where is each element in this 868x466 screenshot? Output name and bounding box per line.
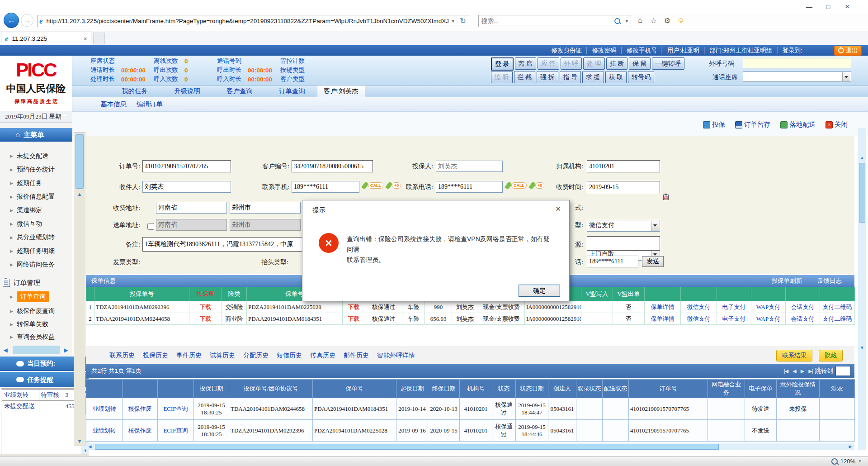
sidebar-item-channel-binding[interactable]: ▶渠道绑定: [0, 204, 72, 217]
epay-link[interactable]: 电子支付: [717, 313, 751, 325]
download-link[interactable]: 下载: [189, 313, 222, 325]
close-page-button[interactable]: ×关闭: [826, 120, 848, 129]
link-modify-phone[interactable]: 修改手机号: [627, 47, 657, 55]
void-underwriting-link[interactable]: 核保作废: [123, 398, 158, 420]
session-pay-link[interactable]: 会话支付: [786, 301, 820, 313]
subtab-basic-info[interactable]: 基本信息: [100, 100, 127, 109]
call-button-answer[interactable]: 应 答: [538, 57, 559, 70]
recipient-input[interactable]: [142, 181, 231, 193]
ecif-query-link[interactable]: ECIF查询: [158, 420, 194, 442]
policy-detail-link[interactable]: 保单详情: [645, 301, 681, 313]
call-button-login[interactable]: 登 录: [491, 57, 514, 71]
reminder-row[interactable]: 未提交配送 455: [2, 401, 80, 412]
zoom-magnifier-icon[interactable]: [831, 458, 838, 465]
scroll-thumb[interactable]: [859, 163, 865, 223]
epay-link[interactable]: 电子支付: [717, 301, 751, 313]
sidebar-item-member-rights[interactable]: ▶查询会员权益: [0, 331, 72, 343]
calendar-icon[interactable]: 28: [663, 195, 669, 200]
phone-input[interactable]: [436, 181, 503, 193]
sidebar-scroll-right-icon[interactable]: ▶: [62, 347, 70, 354]
sms-phone-input[interactable]: [587, 256, 638, 267]
download-link[interactable]: 下载: [343, 301, 365, 313]
mobile-input[interactable]: [292, 181, 359, 193]
zoom-dropdown-icon[interactable]: ▼: [858, 459, 862, 463]
download-link[interactable]: 下载: [189, 301, 222, 313]
home-icon[interactable]: ⌂: [635, 16, 646, 24]
search-icon[interactable]: [614, 18, 620, 24]
link-modify-password[interactable]: 修改密码: [592, 47, 616, 55]
search-box[interactable]: ▼: [478, 15, 631, 27]
call-button-monitor[interactable]: 监 听: [491, 71, 513, 83]
sidebar-section-order-management[interactable]: 订单管理: [0, 276, 72, 290]
tab-trial-history[interactable]: 试算历史: [210, 352, 235, 360]
scroll-down-icon[interactable]: ▼: [74, 437, 85, 445]
wechat-pay-link[interactable]: 微信支付: [681, 313, 717, 325]
scroll-thumb[interactable]: [95, 444, 719, 450]
url-dropdown-icon[interactable]: ▼: [448, 19, 458, 24]
sidebar-item-performance-transfer[interactable]: ▶总分业绩划转: [0, 231, 72, 244]
sidebar-item-void-query[interactable]: ▶核保作废查询: [0, 305, 72, 318]
call-button-leave[interactable]: 离 席: [515, 57, 537, 70]
download-link[interactable]: 下载: [343, 313, 365, 325]
send-sms-button[interactable]: 发送: [642, 256, 664, 267]
content-right-scrollbar[interactable]: ▲ ▼: [858, 128, 866, 450]
feedback-smiley-icon[interactable]: ☺: [675, 16, 686, 24]
save-draft-button[interactable]: 订单暂存: [735, 120, 770, 129]
content-left-scrollbar[interactable]: ▲ ▼: [74, 132, 85, 446]
policy-feedback-link[interactable]: 反馈日志: [817, 277, 842, 285]
hide-button[interactable]: 隐藏: [819, 350, 843, 361]
tab-upgrade-notes[interactable]: 升级说明: [168, 86, 207, 97]
tab-my-tasks[interactable]: 我的任务: [115, 86, 154, 97]
sidebar-item-order-query[interactable]: ▶订单查询: [0, 290, 72, 303]
call-seat-select[interactable]: [743, 71, 851, 82]
tab-insure-history[interactable]: 投保历史: [143, 352, 168, 360]
performance-transfer-link[interactable]: 业绩划转: [86, 398, 123, 420]
insure-button[interactable]: 投保: [703, 120, 725, 129]
pager-jump-input[interactable]: [835, 366, 851, 376]
policy-row[interactable]: 2 TDAA20194101DAM0244658 下载 商业险 PDAA2019…: [86, 313, 855, 325]
reminder-name[interactable]: 业绩划转: [2, 390, 39, 401]
call-button-transfer[interactable]: 一键转呼: [652, 57, 684, 70]
sidebar-item-undelivered[interactable]: ▶未提交配送: [0, 149, 72, 163]
customer-no-input[interactable]: [292, 160, 373, 172]
policy-row[interactable]: 1 TDZA20194101DAM0292396 下载 交强险 PDZA2019…: [86, 301, 855, 313]
back-button[interactable]: ←: [4, 13, 19, 28]
call-button-hold[interactable]: 保 留: [629, 57, 651, 70]
policy-refresh-link[interactable]: 投保单刷新: [772, 277, 802, 285]
session-pay-link[interactable]: 会话支付: [786, 313, 820, 325]
order-no-input[interactable]: [142, 160, 231, 172]
scroll-left-icon[interactable]: ◀: [87, 443, 93, 450]
tab-fax-history[interactable]: 传真历史: [310, 352, 335, 360]
sidebar-main-menu-header[interactable]: ⌂ 主菜单: [0, 128, 72, 142]
reminder-name[interactable]: 未提交配送: [2, 401, 39, 412]
charge-time-input[interactable]: [587, 181, 660, 193]
source-input[interactable]: [587, 236, 660, 251]
zoom-level[interactable]: 120%: [840, 458, 855, 465]
search-input[interactable]: [481, 17, 614, 25]
call-button-guide[interactable]: 指 导: [560, 71, 581, 83]
wap-pay-link[interactable]: WAP支付: [751, 313, 786, 325]
wap-pay-link[interactable]: WAP支付: [751, 301, 786, 313]
pager-next-icon[interactable]: ▶: [801, 368, 804, 374]
policy-detail-link[interactable]: 保单详情: [645, 313, 681, 325]
wechat-pay-link[interactable]: 微信支付: [681, 301, 717, 313]
tab-ai-call-detail[interactable]: 智能外呼详情: [377, 352, 415, 360]
scroll-right-icon[interactable]: ▶: [847, 443, 854, 450]
browser-tab[interactable]: e 11.207.3.225 ×: [1, 32, 91, 45]
tab-customer-liuyingjie[interactable]: 客户:刘英杰: [317, 85, 365, 97]
charge-city-input[interactable]: [230, 202, 301, 214]
minimize-button[interactable]: —: [800, 1, 818, 13]
tab-mail-history[interactable]: 邮件历史: [344, 352, 369, 360]
call-button-outcall[interactable]: 外 呼: [561, 57, 582, 70]
scroll-down-icon[interactable]: ▼: [858, 344, 866, 352]
call-button-transfer-number[interactable]: 转号码: [628, 71, 654, 83]
reminder-row[interactable]: 业绩划转 待审核 3: [2, 390, 80, 401]
applicant-input[interactable]: [436, 161, 503, 172]
result-row[interactable]: 业绩划转 核保作废 ECIF查询 2019-09-15 18:30:25 TDZ…: [86, 420, 855, 442]
pager-prev-icon[interactable]: ◀: [793, 368, 796, 374]
new-tab-button[interactable]: [93, 33, 105, 44]
sidebar-hscroll-thumb[interactable]: [13, 346, 60, 354]
tab-assign-history[interactable]: 分配历史: [243, 352, 269, 360]
tab-contact-history[interactable]: 联系历史: [109, 352, 135, 360]
sidebar-item-network-task[interactable]: ▶网络访问任务: [0, 258, 72, 271]
